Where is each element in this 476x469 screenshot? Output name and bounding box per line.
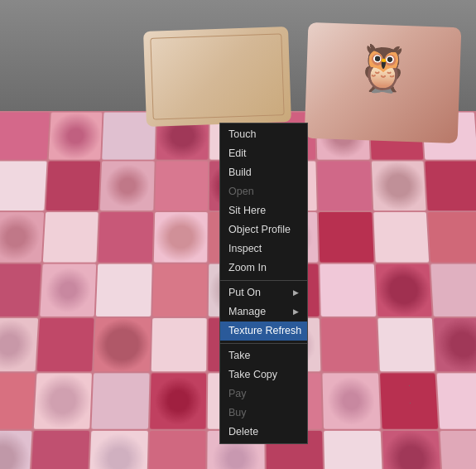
pillow-left [143,27,291,127]
menu-item-inspect[interactable]: Inspect [220,239,307,259]
menu-item-texture-refresh[interactable]: Texture Refresh [220,322,307,341]
menu-item-build[interactable]: Build [220,163,307,182]
menu-item-sit-here[interactable]: Sit Here [220,201,307,220]
menu-item-take[interactable]: Take [220,346,307,365]
menu-item-zoom-in[interactable]: Zoom In [220,259,307,278]
menu-item-buy: Buy [220,404,307,423]
menu-separator [220,280,307,281]
menu-item-delete[interactable]: Delete [220,423,307,442]
menu-item-edit[interactable]: Edit [220,144,307,163]
menu-item-take-copy[interactable]: Take Copy [220,365,307,384]
pillow-right [305,22,462,143]
menu-item-pay: Pay [220,384,307,404]
menu-separator [220,343,307,344]
menu-item-put-on[interactable]: Put On [220,283,307,302]
menu-item-open: Open [220,182,307,201]
menu-item-object-profile[interactable]: Object Profile [220,220,307,239]
menu-item-manage[interactable]: Manage [220,302,307,322]
menu-item-touch[interactable]: Touch [220,125,307,144]
context-menu: TouchEditBuildOpenSit HereObject Profile… [219,123,308,444]
